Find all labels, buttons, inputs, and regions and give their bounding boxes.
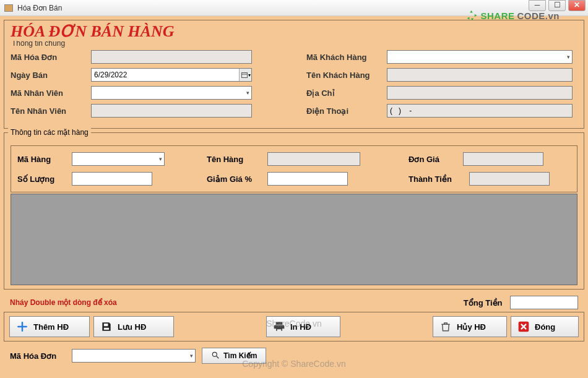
brand-green: SHARE: [480, 11, 514, 21]
svg-rect-0: [241, 73, 247, 78]
grand-total-label: Tổng Tiền: [464, 298, 503, 307]
search-button[interactable]: Tìm Kiếm: [202, 348, 266, 364]
window-title: Hóa Đơn Bán: [17, 4, 62, 12]
phone-input[interactable]: [387, 104, 573, 118]
discount-label: Giảm Giá %: [207, 174, 262, 184]
customer-id-select[interactable]: [387, 50, 573, 64]
trash-icon: [439, 320, 452, 333]
address-input[interactable]: [387, 86, 573, 100]
window-close-button[interactable]: ✕: [568, 0, 586, 11]
items-groupbox: Thông tin các mặt hàng Mã Hàng ▾ Tên Hàn…: [4, 132, 584, 290]
cancel-invoice-label: Hủy HĐ: [457, 322, 486, 332]
close-label: Đóng: [535, 322, 555, 332]
save-invoice-label: Lưu HĐ: [118, 322, 146, 332]
recycle-icon: [467, 10, 478, 21]
client-area: Thông tin chung HÓA ĐƠN BÁN HÀNG Mã Hóa …: [0, 16, 588, 378]
phone-label: Điện Thoại: [306, 106, 387, 116]
line-total-label: Thành Tiền: [409, 174, 464, 184]
svg-line-4: [217, 356, 219, 358]
print-invoice-button[interactable]: In HĐ: [266, 316, 340, 337]
unit-price-input[interactable]: [463, 152, 543, 166]
search-row: Mã Hóa Đơn ▾ Tìm Kiếm: [4, 345, 584, 366]
product-id-label: Mã Hàng: [17, 155, 67, 164]
quantity-label: Số Lượng: [17, 174, 67, 184]
unit-price-label: Đơn Giá: [409, 155, 458, 164]
delete-hint-text: Nháy Double một dòng để xóa: [10, 298, 117, 307]
employee-id-select[interactable]: [91, 86, 252, 100]
line-total-input[interactable]: [469, 172, 550, 186]
employee-id-label: Mã Nhân Viên: [11, 88, 91, 98]
sale-date-label: Ngày Bán: [11, 71, 91, 80]
employee-name-input[interactable]: [91, 104, 252, 118]
calendar-icon[interactable]: ▾: [239, 69, 251, 81]
print-icon: [273, 320, 285, 333]
app-icon: [4, 3, 14, 13]
product-name-input[interactable]: [267, 152, 360, 166]
close-button[interactable]: Đóng: [511, 316, 579, 337]
footer-row: Nháy Double một dòng để xóa Tổng Tiền: [4, 293, 584, 312]
invoice-id-label: Mã Hóa Đơn: [11, 53, 91, 62]
product-id-select[interactable]: [72, 152, 165, 166]
plus-icon: [16, 320, 28, 333]
customer-id-label: Mã Khách Hàng: [306, 53, 387, 62]
svg-point-3: [212, 352, 217, 356]
discount-input[interactable]: [267, 172, 348, 186]
general-info-groupbox: Thông tin chung HÓA ĐƠN BÁN HÀNG Mã Hóa …: [4, 20, 584, 129]
close-icon: [517, 320, 530, 333]
quantity-input[interactable]: [72, 172, 152, 186]
product-name-label: Tên Hàng: [207, 155, 262, 164]
customer-name-label: Tên Khách Hàng: [306, 71, 387, 80]
items-data-grid[interactable]: [11, 194, 577, 285]
address-label: Địa Chỉ: [306, 88, 387, 98]
page-title: HÓA ĐƠN BÁN HÀNG: [11, 22, 175, 41]
save-icon: [100, 320, 113, 333]
add-invoice-button[interactable]: Thêm HĐ: [9, 316, 90, 337]
brand-gray: CODE.vn: [517, 11, 560, 21]
search-icon: [211, 351, 220, 361]
search-invoice-select[interactable]: [72, 349, 196, 363]
brand-watermark: SHARECODE.vn: [467, 10, 560, 21]
search-button-label: Tìm Kiếm: [223, 351, 257, 360]
customer-name-input[interactable]: [387, 68, 573, 82]
invoice-id-input[interactable]: [91, 50, 252, 64]
employee-name-label: Tên Nhân Viên: [11, 106, 91, 116]
sale-date-input[interactable]: [91, 68, 252, 82]
items-legend: Thông tin các mặt hàng: [8, 128, 91, 137]
add-invoice-label: Thêm HĐ: [33, 322, 69, 332]
search-label: Mã Hóa Đơn: [10, 351, 66, 361]
cancel-invoice-button[interactable]: Hủy HĐ: [433, 316, 507, 337]
item-entry-form: Mã Hàng ▾ Tên Hàng Đơn Giá Số Lượng Giảm…: [11, 145, 577, 192]
save-invoice-button[interactable]: Lưu HĐ: [93, 316, 174, 337]
print-invoice-label: In HĐ: [290, 322, 311, 332]
action-toolbar: Thêm HĐ Lưu HĐ In HĐ Hủy HĐ Đóng: [4, 312, 584, 341]
grand-total-input[interactable]: [510, 296, 578, 309]
